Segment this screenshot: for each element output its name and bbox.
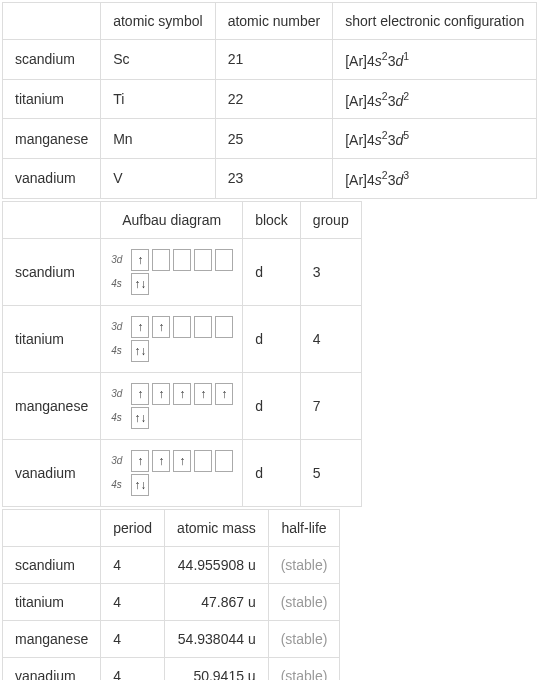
group-value: 3 [300, 238, 361, 305]
orbital-box [173, 316, 191, 338]
block-value: d [243, 439, 301, 506]
group-value: 4 [300, 305, 361, 372]
element-name: scandium [3, 546, 101, 583]
atomic-number: 22 [215, 79, 333, 119]
orbital-3d-row: 3d ↑↑ [111, 316, 232, 338]
element-name: vanadium [3, 158, 101, 198]
table-row: manganese 3d ↑↑↑↑↑ 4s ↑↓ d 7 [3, 372, 362, 439]
orbital-box: ↑ [131, 383, 149, 405]
orbital-box: ↑↓ [131, 273, 149, 295]
element-name: manganese [3, 119, 101, 159]
col-atomic-mass: atomic mass [165, 509, 269, 546]
orbital-3d-row: 3d ↑↑↑↑↑ [111, 383, 232, 405]
orbital-4s-row: 4s ↑↓ [111, 273, 232, 295]
empty-corner [3, 509, 101, 546]
chemistry-table-2: Aufbau diagram block group scandium 3d ↑… [2, 201, 362, 507]
orbital-box [194, 450, 212, 472]
half-life-value: (stable) [268, 583, 340, 620]
orbital-box [194, 316, 212, 338]
orbital-box: ↑ [173, 383, 191, 405]
orbital-box [194, 249, 212, 271]
atomic-mass-value: 44.955908 u [165, 546, 269, 583]
orbital-box: ↑ [131, 316, 149, 338]
orbital-label-4s: 4s [111, 412, 127, 423]
table-row: titanium Ti 22 [Ar]4s23d2 [3, 79, 537, 119]
orbital-label-4s: 4s [111, 278, 127, 289]
half-life-value: (stable) [268, 620, 340, 657]
orbital-label-4s: 4s [111, 345, 127, 356]
element-name: scandium [3, 40, 101, 80]
col-atomic-symbol: atomic symbol [101, 3, 215, 40]
table-row: vanadium 4 50.9415 u (stable) [3, 657, 340, 680]
orbital-3d-row: 3d ↑ [111, 249, 232, 271]
orbital-4s-row: 4s ↑↓ [111, 407, 232, 429]
orbital-box [173, 249, 191, 271]
col-aufbau: Aufbau diagram [101, 201, 243, 238]
half-life-value: (stable) [268, 657, 340, 680]
period-value: 4 [101, 657, 165, 680]
orbital-box: ↑ [215, 383, 233, 405]
table-row: titanium 4 47.867 u (stable) [3, 583, 340, 620]
electron-config: [Ar]4s23d3 [333, 158, 537, 198]
aufbau-diagram: 3d ↑↑↑ 4s ↑↓ [101, 439, 243, 506]
electron-config: [Ar]4s23d2 [333, 79, 537, 119]
atomic-symbol: Ti [101, 79, 215, 119]
orbital-4s-row: 4s ↑↓ [111, 340, 232, 362]
orbital-4s-row: 4s ↑↓ [111, 474, 232, 496]
table-row: scandium 4 44.955908 u (stable) [3, 546, 340, 583]
element-name: titanium [3, 583, 101, 620]
element-name: scandium [3, 238, 101, 305]
electron-config: [Ar]4s23d5 [333, 119, 537, 159]
atomic-mass-value: 47.867 u [165, 583, 269, 620]
group-value: 5 [300, 439, 361, 506]
element-name: vanadium [3, 439, 101, 506]
orbital-box: ↑ [173, 450, 191, 472]
table-row: titanium 3d ↑↑ 4s ↑↓ d 4 [3, 305, 362, 372]
col-group: group [300, 201, 361, 238]
orbital-box: ↑↓ [131, 340, 149, 362]
orbital-box: ↑ [131, 249, 149, 271]
element-name: manganese [3, 620, 101, 657]
block-value: d [243, 305, 301, 372]
orbital-box: ↑ [152, 316, 170, 338]
aufbau-diagram: 3d ↑↑ 4s ↑↓ [101, 305, 243, 372]
period-value: 4 [101, 546, 165, 583]
block-value: d [243, 372, 301, 439]
atomic-symbol: Sc [101, 40, 215, 80]
table-row: manganese Mn 25 [Ar]4s23d5 [3, 119, 537, 159]
orbital-label-3d: 3d [111, 388, 127, 399]
table2-header-row: Aufbau diagram block group [3, 201, 362, 238]
orbital-label-3d: 3d [111, 254, 127, 265]
col-period: period [101, 509, 165, 546]
orbital-box [215, 249, 233, 271]
orbital-3d-row: 3d ↑↑↑ [111, 450, 232, 472]
table3-header-row: period atomic mass half-life [3, 509, 340, 546]
col-block: block [243, 201, 301, 238]
orbital-box: ↑ [131, 450, 149, 472]
table-row: scandium 3d ↑ 4s ↑↓ d 3 [3, 238, 362, 305]
table-row: vanadium 3d ↑↑↑ 4s ↑↓ d 5 [3, 439, 362, 506]
atomic-symbol: Mn [101, 119, 215, 159]
period-value: 4 [101, 620, 165, 657]
orbital-box: ↑ [152, 383, 170, 405]
orbital-label-4s: 4s [111, 479, 127, 490]
table-row: scandium Sc 21 [Ar]4s23d1 [3, 40, 537, 80]
table-row: manganese 4 54.938044 u (stable) [3, 620, 340, 657]
orbital-box [215, 450, 233, 472]
table1-header-row: atomic symbol atomic number short electr… [3, 3, 537, 40]
orbital-box: ↑ [152, 450, 170, 472]
element-name: vanadium [3, 657, 101, 680]
orbital-box [215, 316, 233, 338]
empty-corner [3, 201, 101, 238]
orbital-box: ↑ [194, 383, 212, 405]
atomic-number: 23 [215, 158, 333, 198]
col-electronic-config: short electronic configuration [333, 3, 537, 40]
element-name: titanium [3, 305, 101, 372]
atomic-number: 25 [215, 119, 333, 159]
chemistry-table-3: period atomic mass half-life scandium 4 … [2, 509, 340, 680]
chemistry-table-1: atomic symbol atomic number short electr… [2, 2, 537, 199]
atomic-number: 21 [215, 40, 333, 80]
atomic-mass-value: 54.938044 u [165, 620, 269, 657]
empty-corner [3, 3, 101, 40]
group-value: 7 [300, 372, 361, 439]
